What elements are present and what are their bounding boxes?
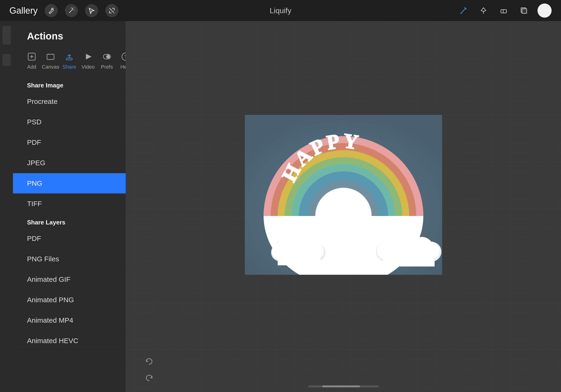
artwork-canvas: HAPPY — [245, 115, 442, 275]
menu-animated-gif[interactable]: Animated GIF — [13, 269, 126, 290]
menu-tiff[interactable]: TIFF — [13, 194, 126, 214]
svg-rect-14 — [522, 9, 527, 13]
svg-rect-18 — [47, 54, 54, 59]
eraser-tool[interactable] — [497, 4, 510, 17]
transform-icon-btn[interactable] — [105, 4, 119, 17]
tab-video-icon — [83, 51, 94, 62]
menu-png-files[interactable]: PNG Files — [13, 249, 126, 269]
svg-rect-62 — [383, 250, 434, 266]
menu-animated-png[interactable]: Animated PNG — [13, 290, 126, 310]
actions-panel: Actions Add — [13, 21, 126, 392]
menu-pdf1[interactable]: PDF — [13, 132, 126, 153]
tab-help-icon: ? — [120, 51, 126, 62]
svg-point-0 — [52, 9, 53, 10]
tab-prefs[interactable]: Prefs — [97, 49, 116, 72]
sidebar-left — [0, 21, 13, 392]
transform-icon — [108, 7, 115, 14]
top-bar: Gallery — [0, 0, 561, 21]
wrench-icon-btn[interactable] — [45, 4, 58, 17]
bottom-left-buttons — [142, 354, 156, 385]
selection-icon — [88, 7, 95, 14]
rainbow-artwork: HAPPY — [245, 115, 442, 275]
brush-size-slider[interactable] — [2, 26, 11, 45]
menu-psd[interactable]: PSD — [13, 112, 126, 132]
top-bar-left: Gallery — [9, 4, 119, 17]
svg-line-4 — [74, 8, 74, 8]
pencil-icon — [459, 6, 467, 15]
svg-line-6 — [109, 8, 114, 13]
layers-icon — [520, 6, 528, 15]
layers-tool[interactable] — [517, 4, 530, 17]
opacity-slider[interactable] — [2, 54, 11, 66]
top-bar-right — [457, 3, 552, 18]
wrench-icon — [48, 7, 55, 14]
main-content: Actions Add — [0, 21, 561, 392]
canvas-scrollbar-thumb[interactable] — [322, 385, 360, 387]
avatar[interactable] — [538, 3, 552, 18]
svg-line-1 — [69, 9, 73, 13]
pen-tool[interactable] — [477, 4, 490, 17]
actions-title: Actions — [13, 21, 126, 49]
tab-share[interactable]: Share — [60, 49, 79, 72]
svg-rect-11 — [501, 10, 507, 13]
tab-help-label: Help — [120, 64, 126, 70]
pen-icon — [479, 6, 488, 15]
svg-line-7 — [461, 8, 466, 13]
tool-title: Liquify — [270, 6, 291, 15]
menu-png[interactable]: PNG — [13, 173, 126, 194]
eraser-icon — [499, 6, 508, 15]
menu-procreate[interactable]: Procreate — [13, 91, 126, 112]
tab-canvas-label: Canvas — [42, 64, 59, 70]
tab-canvas[interactable]: Canvas — [41, 49, 60, 72]
svg-line-5 — [74, 10, 75, 10]
selection-icon-btn[interactable] — [85, 4, 98, 17]
tab-add[interactable]: Add — [22, 49, 41, 72]
menu-jpeg[interactable]: JPEG — [13, 153, 126, 173]
menu-animated-mp4[interactable]: Animated MP4 — [13, 310, 126, 331]
tab-prefs-icon — [101, 51, 112, 62]
magic-icon — [68, 7, 75, 14]
magic-icon-btn[interactable] — [65, 4, 78, 17]
canvas-scrollbar[interactable] — [308, 385, 379, 387]
tab-share-label: Share — [63, 64, 76, 70]
menu-animated-hevc[interactable]: Animated HEVC — [13, 331, 126, 351]
tab-add-icon — [26, 51, 37, 62]
tab-video[interactable]: Video — [79, 49, 97, 72]
tab-bar: Add Canvas — [13, 49, 126, 77]
tab-canvas-icon — [45, 51, 56, 62]
tab-prefs-label: Prefs — [101, 64, 113, 70]
svg-rect-45 — [278, 251, 320, 265]
gallery-button[interactable]: Gallery — [9, 6, 38, 16]
svg-line-2 — [72, 8, 73, 9]
share-layers-header: Share Layers — [13, 214, 126, 229]
redo-button[interactable] — [142, 371, 156, 385]
svg-point-22 — [106, 55, 110, 58]
canvas-area: HAPPY — [126, 21, 561, 392]
svg-marker-20 — [86, 54, 91, 59]
menu-pdf2[interactable]: PDF — [13, 229, 126, 249]
svg-point-27 — [316, 210, 371, 224]
svg-rect-19 — [66, 58, 72, 60]
pencil-tool[interactable] — [457, 4, 470, 17]
share-image-header: Share Image — [13, 77, 126, 91]
tab-video-label: Video — [82, 64, 95, 70]
tab-add-label: Add — [27, 64, 36, 70]
tab-share-icon — [64, 51, 75, 62]
undo-button[interactable] — [142, 354, 156, 369]
tab-help[interactable]: ? Help — [116, 49, 126, 72]
